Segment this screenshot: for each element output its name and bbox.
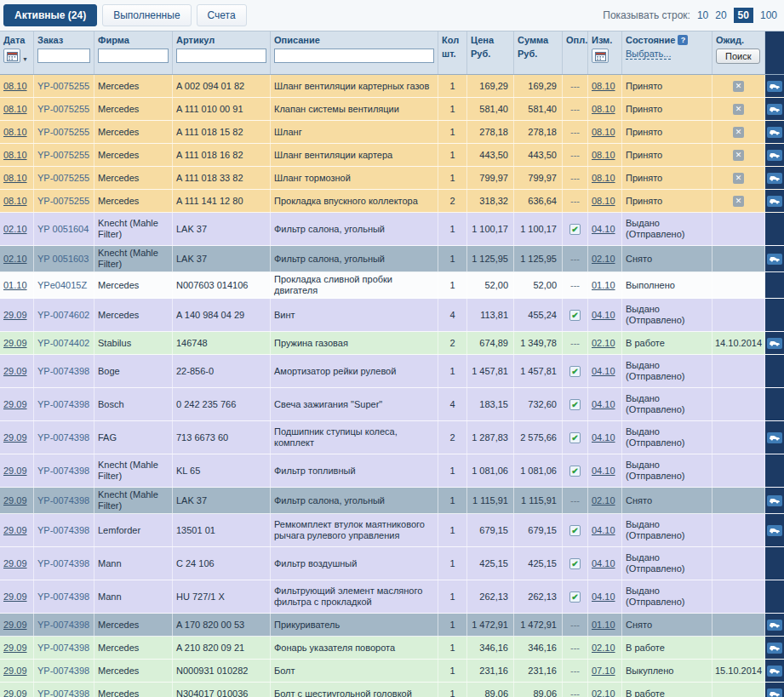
order-number-link[interactable]: YP-0075255 bbox=[37, 127, 89, 138]
order-number-link[interactable]: YP-0074398 bbox=[37, 495, 89, 506]
order-date-link[interactable]: 08.10 bbox=[3, 196, 27, 207]
changed-date-link[interactable]: 04.10 bbox=[592, 591, 615, 603]
car-icon[interactable] bbox=[767, 173, 782, 184]
order-date-link[interactable]: 08.10 bbox=[3, 150, 27, 161]
rows-per-page-option-20[interactable]: 20 bbox=[715, 9, 726, 21]
changed-date-link[interactable]: 02.10 bbox=[592, 338, 615, 349]
changed-date-link[interactable]: 02.10 bbox=[592, 495, 615, 506]
changed-date-link[interactable]: 04.10 bbox=[592, 224, 615, 235]
paid-checkbox-checked-icon[interactable]: ✔ bbox=[569, 366, 581, 377]
order-date-link[interactable]: 08.10 bbox=[3, 81, 27, 92]
rows-per-page-option-10[interactable]: 10 bbox=[697, 9, 708, 21]
changed-date-link[interactable]: 04.10 bbox=[592, 466, 615, 477]
changed-date-link[interactable]: 04.10 bbox=[592, 366, 615, 377]
tab-active-orders[interactable]: Активные (24) bbox=[3, 4, 97, 26]
changed-date-link[interactable]: 02.10 bbox=[592, 643, 615, 654]
changed-date-link[interactable]: 04.10 bbox=[592, 399, 615, 410]
tab-completed-orders[interactable]: Выполненные bbox=[102, 4, 191, 26]
date-calendar-button[interactable] bbox=[3, 49, 20, 63]
order-number-link[interactable]: YP-0074398 bbox=[37, 643, 89, 654]
changed-date-link[interactable]: 04.10 bbox=[592, 525, 615, 536]
order-number-link[interactable]: YP-0074398 bbox=[37, 591, 89, 603]
paid-checkbox-checked-icon[interactable]: ✔ bbox=[569, 224, 581, 235]
order-number-link[interactable]: YP-0074602 bbox=[37, 310, 89, 321]
order-number-link[interactable]: YP-0074398 bbox=[37, 666, 89, 677]
changed-date-link[interactable]: 04.10 bbox=[592, 310, 615, 321]
cancel-position-icon[interactable]: ✕ bbox=[733, 104, 744, 115]
paid-checkbox-checked-icon[interactable]: ✔ bbox=[569, 525, 581, 536]
order-date-link[interactable]: 29.09 bbox=[3, 666, 27, 677]
changed-date-link[interactable]: 04.10 bbox=[592, 432, 615, 443]
state-filter-link[interactable]: Выбрать... bbox=[626, 49, 671, 60]
car-icon[interactable] bbox=[767, 104, 782, 115]
order-date-link[interactable]: 29.09 bbox=[3, 432, 27, 443]
order-date-link[interactable]: 29.09 bbox=[3, 366, 27, 377]
order-date-link[interactable]: 02.10 bbox=[3, 224, 27, 235]
order-date-link[interactable]: 29.09 bbox=[3, 643, 27, 654]
changed-date-link[interactable]: 08.10 bbox=[592, 81, 615, 92]
changed-date-link[interactable]: 08.10 bbox=[592, 104, 615, 115]
changed-date-link[interactable]: 01.10 bbox=[592, 280, 615, 291]
order-number-link[interactable]: YP-0075255 bbox=[37, 150, 89, 161]
order-number-link[interactable]: YP-0075255 bbox=[37, 81, 89, 92]
changed-date-link[interactable]: 07.10 bbox=[592, 666, 615, 677]
paid-checkbox-checked-icon[interactable]: ✔ bbox=[569, 466, 581, 477]
car-icon[interactable] bbox=[767, 254, 782, 265]
order-number-link[interactable]: YP-0074398 bbox=[37, 466, 89, 477]
cancel-position-icon[interactable]: ✕ bbox=[733, 127, 744, 138]
firm-filter-input[interactable] bbox=[98, 49, 169, 63]
order-number-link[interactable]: YP-0075255 bbox=[37, 196, 89, 207]
car-icon[interactable] bbox=[767, 525, 782, 536]
changed-date-link[interactable]: 08.10 bbox=[592, 150, 615, 161]
changed-calendar-button[interactable] bbox=[592, 49, 609, 63]
car-icon[interactable] bbox=[767, 666, 782, 677]
car-icon[interactable] bbox=[767, 196, 782, 207]
order-number-link[interactable]: YP 0051603 bbox=[37, 254, 89, 265]
order-date-link[interactable]: 29.09 bbox=[3, 591, 27, 603]
paid-checkbox-checked-icon[interactable]: ✔ bbox=[569, 591, 581, 603]
order-number-link[interactable]: YP-0074398 bbox=[37, 558, 89, 569]
car-icon[interactable] bbox=[767, 432, 782, 443]
order-date-link[interactable]: 29.09 bbox=[3, 525, 27, 536]
cancel-position-icon[interactable]: ✕ bbox=[733, 196, 744, 207]
order-date-link[interactable]: 08.10 bbox=[3, 104, 27, 115]
order-number-link[interactable]: YP-0075255 bbox=[37, 104, 89, 115]
car-icon[interactable] bbox=[767, 688, 782, 697]
changed-date-link[interactable]: 04.10 bbox=[592, 558, 615, 569]
help-icon[interactable]: ? bbox=[678, 35, 688, 45]
order-number-link[interactable]: YP-0074398 bbox=[37, 366, 89, 377]
order-number-link[interactable]: YP-0075255 bbox=[37, 173, 89, 184]
search-button[interactable]: Поиск bbox=[716, 49, 760, 64]
order-filter-input[interactable] bbox=[37, 49, 90, 63]
changed-date-link[interactable]: 01.10 bbox=[592, 620, 615, 631]
order-date-link[interactable]: 29.09 bbox=[3, 466, 27, 477]
order-date-link[interactable]: 08.10 bbox=[3, 173, 27, 184]
order-date-link[interactable]: 29.09 bbox=[3, 338, 27, 349]
order-date-link[interactable]: 29.09 bbox=[3, 399, 27, 410]
order-date-link[interactable]: 02.10 bbox=[3, 254, 27, 265]
description-filter-input[interactable] bbox=[274, 49, 434, 63]
order-date-link[interactable]: 01.10 bbox=[3, 280, 27, 291]
changed-date-link[interactable]: 02.10 bbox=[592, 254, 615, 265]
order-number-link[interactable]: YP-0074398 bbox=[37, 525, 89, 536]
changed-date-link[interactable]: 08.10 bbox=[592, 196, 615, 207]
article-filter-input[interactable] bbox=[176, 49, 266, 63]
order-date-link[interactable]: 29.09 bbox=[3, 620, 27, 631]
rows-per-page-option-50[interactable]: 50 bbox=[734, 8, 753, 23]
changed-date-link[interactable]: 08.10 bbox=[592, 173, 615, 184]
cancel-position-icon[interactable]: ✕ bbox=[733, 173, 744, 184]
order-date-link[interactable]: 29.09 bbox=[3, 558, 27, 569]
car-icon[interactable] bbox=[767, 643, 782, 654]
rows-per-page-option-100[interactable]: 100 bbox=[760, 9, 777, 21]
order-date-link[interactable]: 29.09 bbox=[3, 495, 27, 506]
paid-checkbox-checked-icon[interactable]: ✔ bbox=[569, 432, 581, 443]
order-date-link[interactable]: 29.09 bbox=[3, 310, 27, 321]
changed-date-link[interactable]: 02.10 bbox=[592, 688, 615, 697]
car-icon[interactable] bbox=[767, 81, 782, 92]
car-icon[interactable] bbox=[767, 338, 782, 349]
order-number-link[interactable]: YPe04015Z bbox=[37, 280, 87, 291]
paid-checkbox-checked-icon[interactable]: ✔ bbox=[569, 558, 581, 569]
tab-invoices[interactable]: Счета bbox=[197, 4, 247, 26]
order-date-link[interactable]: 08.10 bbox=[3, 127, 27, 138]
order-number-link[interactable]: YP-0074398 bbox=[37, 399, 89, 410]
